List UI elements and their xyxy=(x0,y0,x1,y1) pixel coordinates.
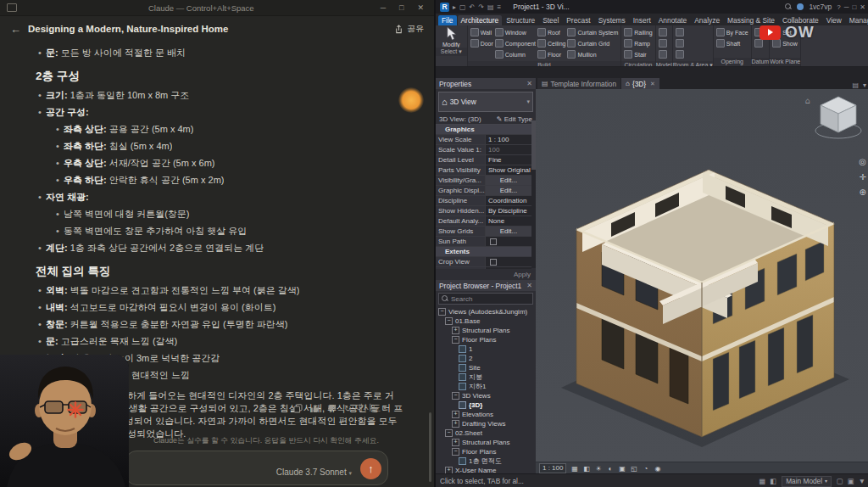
panel-label-select[interactable]: Select ▾ xyxy=(436,48,467,56)
exclude-options-icon[interactable]: ▢ xyxy=(837,477,843,485)
ribbon-tool-wall[interactable]: Wall xyxy=(470,27,493,37)
property-row-parts-visibility[interactable]: Parts VisibilityShow Original xyxy=(436,165,531,176)
property-row-default-analy[interactable]: Default Analy...None xyxy=(436,216,531,227)
search-icon[interactable] xyxy=(785,3,792,10)
browser-node-01-base[interactable]: −01.Base xyxy=(436,316,536,326)
ribbon-tool-curtain-system[interactable]: Curtain System xyxy=(567,27,618,37)
minimize-button[interactable]: ─ xyxy=(381,3,386,12)
browser-node-02-sheet[interactable]: −02.Sheet xyxy=(436,428,536,438)
reveal-hidden-icon[interactable]: ◉ xyxy=(653,465,662,473)
ribbon-tool-model-group[interactable] xyxy=(659,49,667,59)
design-options-icon[interactable]: ◧ xyxy=(770,477,776,485)
crop-region-icon[interactable]: ◱ xyxy=(629,465,638,473)
ribbon-tool-by-face[interactable]: By Face xyxy=(716,27,748,37)
model-selector[interactable]: Claude 3.7 Sonnet ▾ xyxy=(276,467,352,477)
visual-style-icon[interactable]: ◧ xyxy=(581,465,591,473)
open-icon[interactable]: ▸ xyxy=(453,3,456,11)
properties-section-extents[interactable]: Extents xyxy=(436,247,531,257)
browser-node-3d-views[interactable]: −3D Views xyxy=(436,391,536,400)
thumbs-down-button[interactable] xyxy=(327,404,337,413)
ribbon-tab-annotate[interactable]: Annotate xyxy=(655,15,691,25)
editable-only-icon[interactable]: ▣ xyxy=(848,477,854,485)
browser-node-x-user-name[interactable]: +X-User Name xyxy=(436,466,536,473)
properties-section-graphics[interactable]: Graphics xyxy=(436,125,531,135)
property-row-detail-level[interactable]: Detail LevelFine xyxy=(436,155,531,165)
view-scale-button[interactable]: 1 : 100 xyxy=(539,463,566,473)
browser-node-floor-plans[interactable]: −Floor Plans xyxy=(436,447,536,456)
crop-view-icon[interactable]: ▣ xyxy=(617,465,626,473)
panel-label-model[interactable]: Model xyxy=(656,61,672,67)
browser-node-structural-plans[interactable]: +Structural Plans xyxy=(436,438,536,447)
property-row-graphic-displ[interactable]: Graphic Displ...Edit... xyxy=(436,186,531,196)
viewcube-home-icon[interactable]: ⌂ xyxy=(805,96,810,105)
ribbon-tab-file[interactable]: File xyxy=(438,15,457,25)
worksets-icon[interactable]: ▦ xyxy=(760,477,766,485)
browser-node-structural-plans[interactable]: +Structural Plans xyxy=(436,326,536,335)
sun-path-icon[interactable]: ☀ xyxy=(593,465,603,473)
ribbon-tool-shaft[interactable]: Shaft xyxy=(716,38,748,48)
temporary-hide-isolate-icon[interactable]: ◔ xyxy=(641,465,650,473)
panel-label-work-plane[interactable]: Work Plane xyxy=(770,58,800,66)
browser-node-elevations[interactable]: +Elevations xyxy=(436,410,536,419)
ribbon-tab-steel[interactable]: Steel xyxy=(539,15,562,25)
ribbon-tool-roof[interactable]: Roof xyxy=(537,27,565,37)
tab-list-icon[interactable]: ▤ xyxy=(852,81,859,89)
shadows-icon[interactable]: ◐ xyxy=(605,465,615,473)
chat-scrollbar[interactable] xyxy=(429,412,431,482)
menu-icon[interactable]: ≡ xyxy=(498,3,502,11)
copy-button[interactable] xyxy=(293,404,303,413)
apply-button[interactable]: Apply xyxy=(436,269,536,280)
property-row-view-scale[interactable]: View Scale1 : 100 xyxy=(436,135,531,145)
panel-label-opening[interactable]: Opening xyxy=(714,58,751,66)
browser-search-input[interactable]: Search xyxy=(438,293,533,305)
filter-icon[interactable]: ▼ xyxy=(859,477,865,485)
ribbon-tool-floor[interactable]: Floor xyxy=(537,49,565,59)
modify-button[interactable]: Modify xyxy=(436,25,467,48)
ribbon-tab-insert[interactable]: Insert xyxy=(630,15,654,25)
main-model-selector[interactable]: Main Model ▾ xyxy=(782,476,832,487)
browser-node-drafting-views[interactable]: +Drafting Views xyxy=(436,419,536,428)
zoom-icon[interactable]: ⊕ xyxy=(859,188,866,197)
ribbon-tool-window[interactable]: Window xyxy=(495,27,536,37)
retry-button[interactable]: ↻ 재시도 ▾ xyxy=(344,402,387,414)
ribbon-tab-systems[interactable]: Systems xyxy=(595,15,629,25)
view-tab-template-information[interactable]: ▤Template Information xyxy=(537,78,620,89)
ribbon-tool-component[interactable]: Component xyxy=(495,38,536,48)
browser-node-1층-면적도[interactable]: 1층 면적도 xyxy=(436,456,536,466)
panel-label-room-area[interactable]: Room & Area ▾ xyxy=(673,61,713,67)
account-name[interactable]: 1vc7vp xyxy=(809,3,832,11)
ribbon-tool-curtain-grid[interactable]: Curtain Grid xyxy=(567,38,618,48)
minimize-icon[interactable]: ─ xyxy=(844,3,849,11)
panel-label-datum[interactable]: Datum xyxy=(752,58,770,66)
browser-node-site[interactable]: Site xyxy=(436,363,536,372)
send-button[interactable]: ↑ xyxy=(360,458,381,479)
ribbon-tool-ramp[interactable]: Ramp xyxy=(624,38,652,48)
property-row-show-hidden[interactable]: Show Hidden...By Discipline xyxy=(436,206,531,216)
edit-type-button[interactable]: ✎ Edit Type xyxy=(497,115,532,123)
ribbon-tool-ceiling[interactable]: Ceiling xyxy=(537,38,565,48)
panel-label-build[interactable]: Build xyxy=(468,61,621,67)
back-icon[interactable]: ← xyxy=(10,23,21,36)
redo-icon[interactable]: ↷ xyxy=(478,3,484,11)
pan-icon[interactable]: ✛ xyxy=(859,172,866,182)
maximize-icon[interactable]: □ xyxy=(852,3,856,11)
thumbs-up-button[interactable] xyxy=(310,404,320,413)
ribbon-tool-room[interactable] xyxy=(676,27,684,37)
save-icon[interactable]: ▢ xyxy=(459,3,466,11)
ribbon-tool-column[interactable]: Column xyxy=(495,49,536,59)
view-tab-3d[interactable]: ⌂{3D}✕ xyxy=(621,78,659,89)
property-row-discipline[interactable]: DisciplineCoordination xyxy=(436,196,531,206)
ribbon-tab-precast[interactable]: Precast xyxy=(563,15,593,25)
ribbon-tool-tag-room[interactable] xyxy=(676,49,684,59)
ribbon-tool-mullion[interactable]: Mullion xyxy=(567,49,618,59)
detail-level-icon[interactable]: ▦ xyxy=(570,465,579,473)
share-button[interactable]: 공유 xyxy=(394,23,424,35)
ribbon-tool-railing[interactable]: Railing xyxy=(624,27,652,37)
ribbon-tool-stair[interactable]: Stair xyxy=(624,49,652,59)
ribbon-tab-analyze[interactable]: Analyze xyxy=(691,15,723,25)
viewcube[interactable] xyxy=(812,92,865,142)
ribbon-tool-room-separator[interactable] xyxy=(676,38,684,48)
steering-wheel-icon[interactable]: ◎ xyxy=(859,157,866,166)
ribbon-tool-model-text[interactable] xyxy=(659,27,667,37)
property-row-crop-view[interactable]: Crop View xyxy=(436,257,531,267)
